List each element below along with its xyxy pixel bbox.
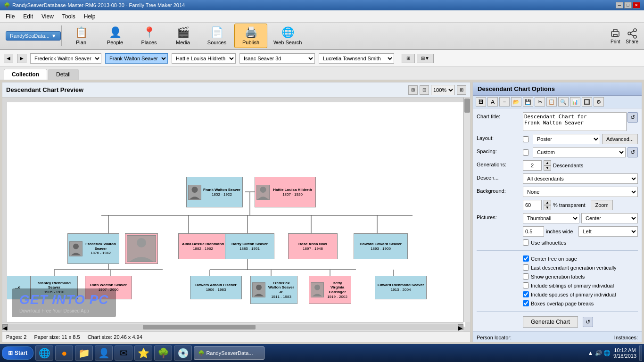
close-button[interactable]: ✕ <box>633 2 640 8</box>
person-howard[interactable]: Howard Edward Seaver 1893 - 1900 <box>354 233 408 259</box>
chart-title-textarea[interactable] <box>523 112 627 131</box>
picture-align-bottom-select[interactable]: Left <box>578 226 638 237</box>
layout-checkbox[interactable] <box>523 136 529 142</box>
person-harry[interactable]: Harry Clifton Seaver 1885 - 1951 <box>225 233 274 259</box>
opt-tool-7[interactable]: 📋 <box>546 97 557 107</box>
chart-options-btn[interactable]: ⊞ <box>457 85 466 95</box>
opt-tool-5[interactable]: 💾 <box>523 97 533 107</box>
trans-spin-up[interactable]: ▲ <box>544 200 551 205</box>
person-hattie[interactable]: Hattie Louisa Hildreth 1857 - 1920 <box>255 177 316 207</box>
hscroll-thumb[interactable] <box>143 325 256 329</box>
menu-file[interactable]: File <box>2 12 18 21</box>
vscroll-thumb[interactable] <box>464 99 470 113</box>
last-desc-checkbox[interactable] <box>523 264 529 271</box>
taskbar-email[interactable]: ✉ <box>115 346 132 361</box>
person-select-4[interactable]: Isaac Seaver 3d <box>239 53 315 64</box>
zoom-button[interactable]: Zoom <box>591 200 612 210</box>
opt-tool-8[interactable]: 🔍 <box>558 97 569 107</box>
app-logo-button[interactable]: RandySeaData... ▼ <box>6 31 61 41</box>
view-option-btn-1[interactable]: ⊞ <box>402 54 415 63</box>
opt-tool-9[interactable]: 📊 <box>570 97 580 107</box>
ribbon-btn-sources[interactable]: 📄 Sources <box>200 24 233 48</box>
center-tree-checkbox[interactable] <box>523 255 529 262</box>
chart-fit-btn[interactable]: ⊞ <box>408 85 418 95</box>
chart-scrollbar-horizontal[interactable]: ◀ ▶ <box>2 322 463 331</box>
chart-scrollbar-vertical[interactable] <box>463 98 470 322</box>
taskbar-show-desktop[interactable] <box>639 346 642 361</box>
pictures-align-select[interactable]: Center <box>581 213 638 223</box>
show-gen-checkbox[interactable] <box>523 273 529 280</box>
taskbar-settings[interactable]: 🌳 <box>154 346 172 361</box>
opt-tool-2[interactable]: A <box>487 97 498 107</box>
menu-edit[interactable]: Edit <box>19 12 37 21</box>
print-button[interactable]: Print <box>610 28 621 44</box>
gen-spin-up[interactable]: ▲ <box>544 160 551 165</box>
minimize-button[interactable]: ─ <box>616 2 623 8</box>
ribbon-btn-media[interactable]: 🎬 Media <box>166 24 199 48</box>
tab-detail[interactable]: Detail <box>48 69 79 80</box>
include-spouses-checkbox[interactable] <box>523 291 529 297</box>
background-select[interactable]: None <box>523 187 638 197</box>
spacing-reset-btn[interactable]: ↺ <box>627 147 638 157</box>
person-frederick[interactable]: Frederick Walton Seaver 1876 - 1942 <box>67 233 119 264</box>
taskbar-app-icon[interactable]: 💿 <box>174 346 192 361</box>
opt-tool-6[interactable]: ✂ <box>535 97 545 107</box>
generations-input[interactable] <box>523 160 542 171</box>
ribbon-btn-places[interactable]: 📍 Places <box>132 24 165 48</box>
picture-width-input[interactable] <box>523 226 544 237</box>
maximize-button[interactable]: □ <box>624 2 632 8</box>
person-select-5[interactable]: Lucretia Townsend Smith <box>319 53 394 64</box>
chart-zoom-select[interactable]: 100% <box>431 85 455 95</box>
ribbon-btn-websearch[interactable]: 🌐 Web Search <box>268 24 307 48</box>
taskbar-user[interactable]: 👤 <box>95 346 113 361</box>
person-betty[interactable]: Betty Virginia Carringer 1919 - 2002 <box>309 276 351 304</box>
share-button[interactable]: Share <box>626 28 638 44</box>
person-select-3[interactable]: Hattie Louisa Hildreth <box>172 53 236 64</box>
taskbar-bookmark[interactable]: ⭐ <box>134 346 152 361</box>
person-select-1[interactable]: Frederick Walton Seaver <box>30 53 101 64</box>
spacing-select[interactable]: Custom <box>533 147 626 157</box>
chart-actual-btn[interactable]: ⊡ <box>420 85 429 95</box>
person-rose[interactable]: Rose Anna Noel 1897 - 1948 <box>288 233 338 259</box>
title-bar-controls[interactable]: ─ □ ✕ <box>616 2 640 8</box>
opt-tool-11[interactable]: ⚙ <box>594 97 604 107</box>
person-bowers[interactable]: Bowers Arnold Fischer 1906 - 1983 <box>190 276 242 299</box>
person-alma[interactable]: Alma Bessie Richmond 1882 - 1962 <box>178 233 228 259</box>
person-select-2[interactable]: Frank Walton Seaver <box>105 53 168 64</box>
person-fwsjr[interactable]: Frederick Walton Seaver Jr. 1911 - 1983 <box>250 276 297 304</box>
opt-tool-4[interactable]: 📂 <box>511 97 521 107</box>
menu-tools[interactable]: Tools <box>58 12 79 21</box>
taskbar-browser-1[interactable]: 🌐 <box>35 346 53 361</box>
opt-tool-3[interactable]: ≡ <box>499 97 510 107</box>
transparency-input[interactable] <box>523 200 542 210</box>
person-edward[interactable]: Edward Richmond Seaver 1913 - 2004 <box>375 276 427 299</box>
person-spouse-fred[interactable] <box>125 233 158 264</box>
ribbon-btn-people[interactable]: 👤 People <box>99 24 132 48</box>
taskbar-active-app[interactable]: 🌳 RandySeaverData... <box>194 346 264 360</box>
silhouettes-checkbox[interactable] <box>523 239 529 246</box>
person-frank[interactable]: Frank Walton Seaver 1852 - 1922 <box>186 177 243 207</box>
start-button[interactable]: ⊞ Start <box>2 346 33 360</box>
generate-reset-btn[interactable]: ↺ <box>583 317 593 327</box>
opt-tool-1[interactable]: 🖼 <box>476 97 486 107</box>
menu-help[interactable]: Help <box>80 12 99 21</box>
pictures-select[interactable]: Thumbnail <box>523 213 579 223</box>
chart-canvas[interactable]: Frank Walton Seaver 1852 - 1922 Hattie L… <box>2 98 470 331</box>
nav-back-button[interactable]: ◀ <box>4 54 13 63</box>
menu-view[interactable]: View <box>38 12 58 21</box>
spacing-checkbox[interactable] <box>523 149 529 156</box>
hscroll-right-btn[interactable]: ▶ <box>458 324 463 330</box>
view-option-btn-2[interactable]: ⊞▼ <box>417 54 434 63</box>
nav-forward-button[interactable]: ▶ <box>17 54 26 63</box>
tab-collection[interactable]: Collection <box>4 69 47 80</box>
taskbar-browser-2[interactable]: ● <box>55 346 73 361</box>
chart-title-reset-btn[interactable]: ↺ <box>627 112 638 123</box>
ribbon-btn-publish[interactable]: 🖨️ Publish <box>234 24 267 48</box>
gen-spin-down[interactable]: ▼ <box>544 165 551 171</box>
layout-select[interactable]: Poster <box>533 134 600 144</box>
opt-tool-10[interactable]: 🔲 <box>582 97 592 107</box>
generate-chart-button[interactable]: Generate Chart <box>523 316 578 328</box>
taskbar-files[interactable]: 📁 <box>75 346 93 361</box>
hscroll-left-btn[interactable]: ◀ <box>2 324 8 330</box>
descend-select[interactable]: All descendants <box>523 173 638 184</box>
